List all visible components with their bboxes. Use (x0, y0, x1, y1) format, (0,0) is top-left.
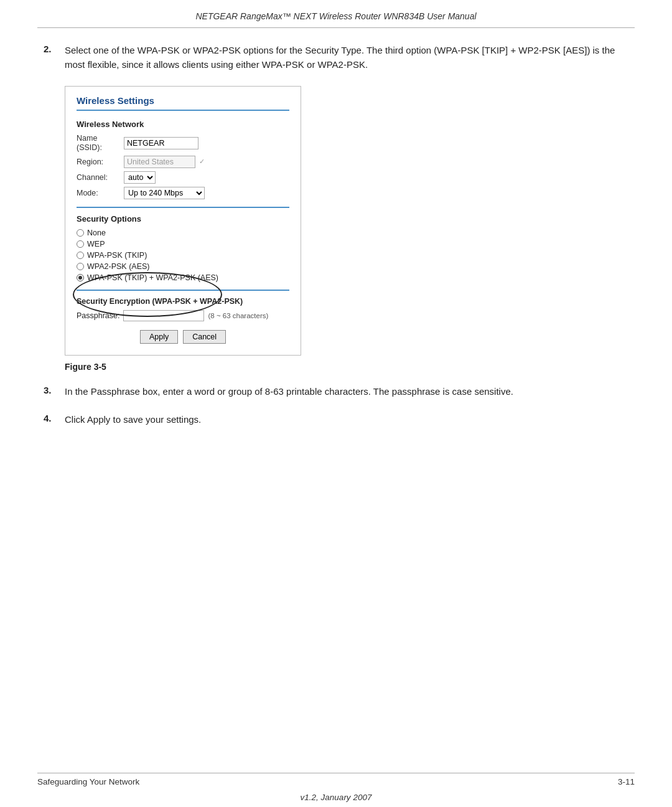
security-wep-label: WEP (87, 240, 105, 248)
security-option-combined: WPA-PSK (TKIP) + WPA2-PSK (AES) (77, 273, 289, 282)
security-none-label: None (87, 229, 106, 237)
radio-wpa2-psk-aes[interactable] (77, 263, 84, 270)
radio-wpa-psk-tkip[interactable] (77, 252, 84, 259)
security-wpa-psk-tkip-label: WPA-PSK (TKIP) (87, 251, 147, 260)
channel-select[interactable]: auto (124, 171, 156, 184)
security-option-wep: WEP (77, 240, 289, 248)
step-2: 2. Select one of the WPA-PSK or WPA2-PSK… (44, 43, 628, 72)
panel-wrapper: Wireless Settings Wireless Network Name(… (65, 86, 628, 356)
page-header: NETGEAR RangeMax™ NEXT Wireless Router W… (0, 0, 672, 27)
header-divider (37, 27, 635, 28)
footer-left: Safeguarding Your Network (37, 777, 139, 786)
step-4: 4. Click Apply to save your settings. (44, 412, 628, 427)
passphrase-section: Security Encryption (WPA-PSK + WPA2-PSK)… (77, 297, 289, 321)
encryption-label: Security Encryption (WPA-PSK + WPA2-PSK) (77, 297, 289, 306)
step-4-number: 4. (44, 412, 57, 427)
ssid-input[interactable] (124, 137, 198, 149)
encryption-divider (77, 290, 289, 291)
wireless-network-label: Wireless Network (77, 120, 289, 129)
passphrase-label: Passphrase: (77, 311, 119, 320)
main-content: 2. Select one of the WPA-PSK or WPA2-PSK… (0, 43, 672, 427)
step-4-text: Click Apply to save your settings. (65, 412, 628, 427)
step-3-number: 3. (44, 384, 57, 399)
security-option-none: None (77, 229, 289, 237)
radio-none[interactable] (77, 229, 84, 237)
radio-dot (78, 276, 82, 280)
passphrase-input[interactable] (123, 310, 204, 321)
section-divider (77, 207, 289, 208)
region-input[interactable] (124, 156, 195, 168)
wireless-settings-panel: Wireless Settings Wireless Network Name(… (65, 86, 301, 356)
region-row: Region: ✓ (77, 156, 289, 168)
cancel-button[interactable]: Cancel (183, 330, 226, 344)
channel-row: Channel: auto (77, 171, 289, 184)
passphrase-hint: (8 ~ 63 characters) (208, 312, 268, 319)
panel-title: Wireless Settings (77, 95, 289, 111)
page-footer: Safeguarding Your Network 3-11 v1.2, Jan… (0, 773, 672, 807)
mode-select[interactable]: Up to 240 Mbps (124, 187, 205, 199)
passphrase-row: Passphrase: (8 ~ 63 characters) (77, 310, 289, 321)
figure-label: Figure 3-5 (65, 362, 628, 372)
security-options-label: Security Options (77, 214, 289, 224)
name-row: Name(SSID): (77, 134, 289, 153)
mode-label: Mode: (77, 189, 120, 197)
security-wpa2-psk-aes-label: WPA2-PSK (AES) (87, 262, 149, 271)
security-combined-label: WPA-PSK (TKIP) + WPA2-PSK (AES) (87, 273, 218, 282)
header-title: NETGEAR RangeMax™ NEXT Wireless Router W… (195, 11, 476, 21)
step-2-text: Select one of the WPA-PSK or WPA2-PSK op… (65, 43, 628, 72)
footer-version: v1.2, January 2007 (301, 793, 372, 802)
mode-row: Mode: Up to 240 Mbps (77, 187, 289, 199)
button-row: Apply Cancel (77, 330, 289, 344)
step-3: 3. In the Passphrase box, enter a word o… (44, 384, 628, 399)
apply-button[interactable]: Apply (140, 330, 178, 344)
radio-wep[interactable] (77, 240, 84, 248)
region-label: Region: (77, 158, 120, 166)
step-3-text: In the Passphrase box, enter a word or g… (65, 384, 628, 399)
footer-content: Safeguarding Your Network 3-11 (0, 777, 672, 793)
radio-combined[interactable] (77, 274, 84, 281)
footer-right: 3-11 (618, 777, 635, 786)
step-2-number: 2. (44, 43, 57, 72)
security-option-wpa2-psk-aes: WPA2-PSK (AES) (77, 262, 289, 271)
footer-center: v1.2, January 2007 (0, 793, 672, 807)
security-option-wpa-psk-tkip: WPA-PSK (TKIP) (77, 251, 289, 260)
footer-divider (37, 773, 635, 773)
channel-label: Channel: (77, 173, 120, 182)
name-label: Name(SSID): (77, 134, 120, 153)
